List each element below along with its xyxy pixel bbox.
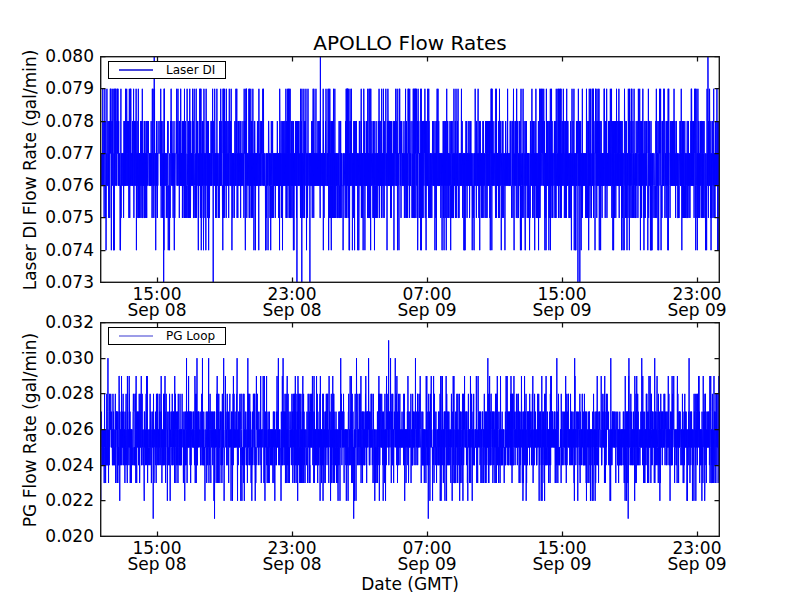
x-tick-date: Sep 09 [532, 556, 591, 572]
x-tick-date: Sep 08 [262, 302, 321, 318]
pg-loop-y-tick-label: 0.026 [0, 420, 94, 438]
pg-loop-x-tick-label: 23:00Sep 09 [667, 540, 726, 572]
pg-loop-series-canvas [100, 322, 720, 537]
pg-loop-legend: PG Loop [108, 327, 226, 345]
laser-di-y-tick-label: 0.077 [0, 144, 94, 162]
laser-di-x-tick-label: 23:00Sep 09 [667, 286, 726, 318]
pg-loop-y-tick-label: 0.024 [0, 456, 94, 474]
x-tick-date: Sep 09 [397, 302, 456, 318]
laser-di-series-canvas [100, 56, 720, 283]
laser-di-plot: Laser DI [100, 56, 720, 283]
x-tick-date: Sep 09 [397, 556, 456, 572]
pg-loop-x-tick-label: 23:00Sep 08 [262, 540, 321, 572]
laser-di-y-tick-label: 0.078 [0, 112, 94, 130]
laser-di-legend: Laser DI [108, 61, 226, 79]
laser-di-x-tick-label: 07:00Sep 09 [397, 286, 456, 318]
pg-loop-x-tick-label: 15:00Sep 08 [127, 540, 186, 572]
x-tick-date: Sep 08 [262, 556, 321, 572]
laser-di-y-tick-label: 0.080 [0, 47, 94, 65]
laser-di-x-tick-label: 15:00Sep 09 [532, 286, 591, 318]
pg-loop-legend-label: PG Loop [166, 329, 215, 343]
laser-di-y-tick-label: 0.076 [0, 176, 94, 194]
laser-di-x-tick-label: 15:00Sep 08 [127, 286, 186, 318]
figure: APOLLO Flow Rates Laser DI Laser DI Flow… [0, 0, 800, 600]
x-tick-date: Sep 08 [127, 556, 186, 572]
laser-di-legend-label: Laser DI [166, 63, 215, 77]
pg-loop-y-tick-label: 0.030 [0, 349, 94, 367]
pg-loop-x-tick-label: 15:00Sep 09 [532, 540, 591, 572]
x-tick-date: Sep 09 [667, 302, 726, 318]
laser-di-y-tick-label: 0.075 [0, 208, 94, 226]
x-tick-date: Sep 09 [532, 302, 591, 318]
pg-loop-x-tick-label: 07:00Sep 09 [397, 540, 456, 572]
laser-di-legend-line-sample [119, 69, 153, 71]
laser-di-y-tick-label: 0.079 [0, 79, 94, 97]
pg-loop-y-tick-label: 0.032 [0, 313, 94, 331]
x-tick-date: Sep 09 [667, 556, 726, 572]
laser-di-y-tick-label: 0.073 [0, 273, 94, 291]
x-tick-date: Sep 08 [127, 302, 186, 318]
figure-title: APOLLO Flow Rates [100, 32, 720, 54]
pg-loop-plot: PG Loop [100, 322, 720, 537]
pg-loop-y-tick-label: 0.022 [0, 491, 94, 509]
laser-di-y-tick-label: 0.074 [0, 241, 94, 259]
laser-di-x-tick-label: 23:00Sep 08 [262, 286, 321, 318]
pg-loop-y-tick-label: 0.020 [0, 527, 94, 545]
pg-loop-y-tick-label: 0.028 [0, 384, 94, 402]
x-axis-title: Date (GMT) [100, 574, 720, 594]
pg-loop-legend-line-sample [119, 335, 153, 337]
